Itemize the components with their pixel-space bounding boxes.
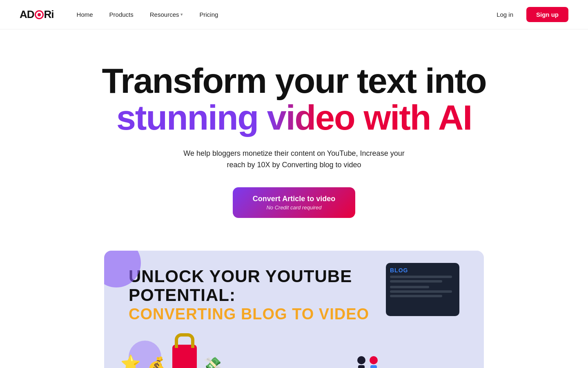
nav-products[interactable]: Products	[103, 8, 140, 21]
logo-o-icon	[35, 10, 44, 19]
person-2-head	[370, 356, 378, 364]
hero-word-stunning: stunning	[116, 98, 258, 137]
preview-icons: ⭐ 💰 💸	[120, 345, 222, 368]
preview-container: UNLOCK YOUR YOUTUBE POTENTIAL: CONVERTIN…	[104, 251, 484, 368]
preview-inner: UNLOCK YOUR YOUTUBE POTENTIAL: CONVERTIN…	[104, 251, 484, 368]
person-1	[357, 356, 365, 368]
chevron-down-icon: ▾	[180, 12, 183, 17]
login-button[interactable]: Log in	[490, 8, 520, 21]
cta-button[interactable]: Convert Article to video No Credit card …	[233, 187, 355, 218]
cta-main-label: Convert Article to video	[253, 195, 335, 203]
lock-icon	[172, 345, 197, 368]
flying-money-icon: 💸	[203, 356, 222, 368]
hero-word-video: video	[267, 98, 355, 137]
blog-box: BLOG	[386, 263, 459, 316]
blog-box-label: BLOG	[390, 267, 455, 274]
hero-word-with-ai: with AI	[363, 98, 472, 137]
hero-section: Transform your text into stunning video …	[69, 29, 519, 234]
nav-links: Home Products Resources ▾ Pricing	[70, 8, 490, 21]
nav-pricing[interactable]: Pricing	[193, 8, 225, 21]
blog-line-2	[390, 280, 442, 283]
person-2	[370, 356, 378, 368]
blog-line-5	[390, 295, 442, 297]
money-bag-icon: 💰	[147, 356, 166, 368]
logo-text-part2: Ri	[44, 8, 54, 21]
logo[interactable]: AD Ri	[20, 8, 54, 21]
person-1-body	[358, 365, 365, 368]
blog-line-4	[390, 290, 452, 293]
nav-resources[interactable]: Resources ▾	[143, 8, 190, 21]
person-2-body	[370, 365, 377, 368]
signup-button[interactable]: Sign up	[526, 7, 568, 22]
person-1-head	[357, 356, 365, 364]
nav-home[interactable]: Home	[70, 8, 100, 21]
cta-wrapper: Convert Article to video No Credit card …	[89, 187, 499, 218]
cta-sub-label: No Credit card required	[266, 204, 321, 211]
hero-title: Transform your text into stunning video …	[89, 62, 499, 136]
logo-text-part1: AD	[20, 8, 34, 21]
blog-line-1	[390, 276, 452, 278]
blog-line-3	[390, 286, 429, 288]
person-illustrations	[357, 356, 378, 368]
star-icon: ⭐	[120, 354, 141, 368]
hero-subtitle: We help bloggers monetize their content …	[89, 148, 499, 171]
nav-actions: Log in Sign up	[490, 7, 568, 22]
navbar: AD Ri Home Products Resources ▾ Pricing …	[0, 0, 588, 29]
